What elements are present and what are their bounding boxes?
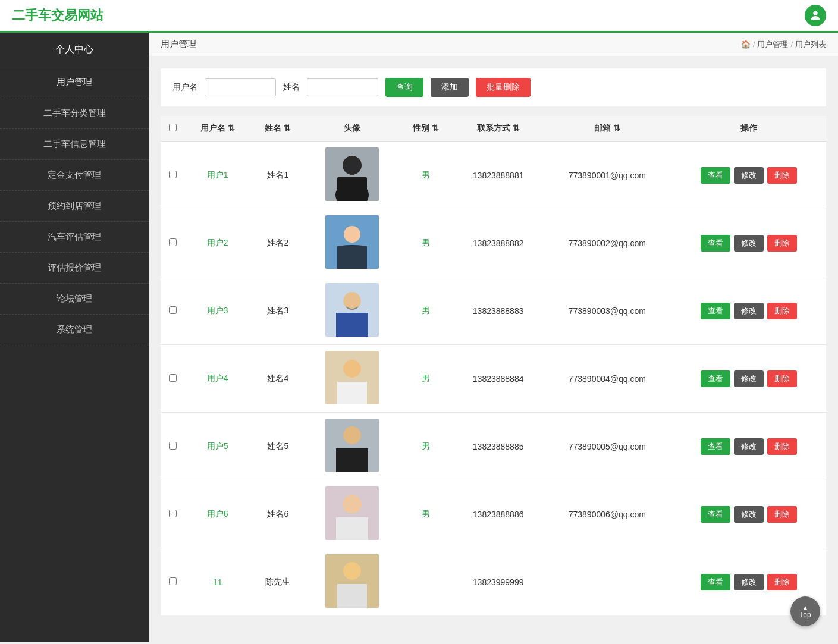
cell-name-0: 姓名1 bbox=[251, 142, 305, 209]
row-checkbox-2[interactable] bbox=[169, 306, 177, 314]
svg-point-2 bbox=[343, 156, 362, 175]
batch-delete-button[interactable]: 批量删除 bbox=[476, 78, 531, 97]
sidebar-item-appointment[interactable]: 预约到店管理 bbox=[0, 191, 149, 222]
th-email[interactable]: 邮箱 ⇅ bbox=[543, 116, 671, 142]
view-button-3[interactable]: 查看 bbox=[701, 370, 730, 387]
sidebar-item-user-management[interactable]: 用户管理 bbox=[0, 67, 149, 98]
th-actions: 操作 bbox=[671, 116, 826, 142]
add-button[interactable]: 添加 bbox=[431, 78, 469, 97]
row-checkbox-1[interactable] bbox=[169, 238, 177, 246]
svg-rect-7 bbox=[337, 246, 367, 269]
cell-avatar-4 bbox=[305, 413, 399, 480]
cell-actions-5: 查看 修改 删除 bbox=[671, 480, 826, 548]
avatar-img-4 bbox=[325, 419, 379, 472]
sidebar-item-car-category[interactable]: 二手车分类管理 bbox=[0, 98, 149, 129]
delete-button-1[interactable]: 删除 bbox=[767, 235, 797, 252]
view-button-2[interactable]: 查看 bbox=[701, 303, 730, 319]
delete-button-0[interactable]: 删除 bbox=[767, 167, 797, 184]
layout: 个人中心 用户管理 二手车分类管理 二手车信息管理 定金支付管理 预约到店管理 … bbox=[0, 33, 838, 642]
row-checkbox-3[interactable] bbox=[169, 374, 177, 382]
cell-avatar-0 bbox=[305, 142, 399, 209]
edit-button-2[interactable]: 修改 bbox=[734, 303, 764, 319]
user-avatar-icon[interactable] bbox=[805, 5, 826, 26]
view-button-1[interactable]: 查看 bbox=[701, 235, 730, 252]
row-checkbox-5[interactable] bbox=[169, 510, 177, 517]
username-input[interactable] bbox=[205, 78, 276, 96]
view-button-0[interactable]: 查看 bbox=[701, 167, 730, 184]
select-all-checkbox[interactable] bbox=[169, 124, 177, 131]
edit-button-1[interactable]: 修改 bbox=[734, 235, 764, 252]
row-checkbox-6[interactable] bbox=[169, 577, 177, 585]
cell-gender-1: 男 bbox=[399, 209, 453, 277]
table-row: 用户1 姓名1 男 13823888881 773890001@qq.com 查… bbox=[161, 142, 826, 209]
th-username[interactable]: 用户名 ⇅ bbox=[184, 116, 251, 142]
sidebar-item-eval-price[interactable]: 评估报价管理 bbox=[0, 253, 149, 284]
user-table-wrap: 用户名 ⇅ 姓名 ⇅ 头像 性别 ⇅ 联系方式 ⇅ 邮箱 ⇅ 操作 用户1 姓名… bbox=[161, 116, 826, 615]
th-name[interactable]: 姓名 ⇅ bbox=[251, 116, 305, 142]
cell-actions-1: 查看 修改 删除 bbox=[671, 209, 826, 277]
th-gender[interactable]: 性别 ⇅ bbox=[399, 116, 453, 142]
cell-gender-0: 男 bbox=[399, 142, 453, 209]
query-button[interactable]: 查询 bbox=[385, 78, 423, 97]
svg-rect-10 bbox=[336, 313, 368, 337]
back-to-top-button[interactable]: ▲ Top bbox=[790, 596, 820, 626]
table-header-row: 用户名 ⇅ 姓名 ⇅ 头像 性别 ⇅ 联系方式 ⇅ 邮箱 ⇅ 操作 bbox=[161, 116, 826, 142]
delete-button-4[interactable]: 删除 bbox=[767, 438, 797, 455]
table-row: 用户6 姓名6 男 13823888886 773890006@qq.com 查… bbox=[161, 480, 826, 548]
view-button-5[interactable]: 查看 bbox=[701, 506, 730, 523]
cell-name-4: 姓名5 bbox=[251, 413, 305, 480]
cell-username-5: 用户6 bbox=[184, 480, 251, 548]
avatar-img-3 bbox=[325, 351, 379, 404]
table-row: 用户2 姓名2 男 13823888882 773890002@qq.com 查… bbox=[161, 209, 826, 277]
cell-phone-4: 13823888885 bbox=[453, 413, 543, 480]
cell-phone-1: 13823888882 bbox=[453, 209, 543, 277]
cell-username-2: 用户3 bbox=[184, 277, 251, 345]
edit-button-6[interactable]: 修改 bbox=[734, 574, 764, 590]
avatar-img-2 bbox=[325, 283, 379, 337]
view-button-6[interactable]: 查看 bbox=[701, 574, 730, 590]
table-row: 11 陈先生 13823999999 查看 修改 删除 bbox=[161, 548, 826, 616]
svg-point-15 bbox=[343, 426, 361, 444]
sidebar-item-car-info[interactable]: 二手车信息管理 bbox=[0, 129, 149, 160]
cell-avatar-2 bbox=[305, 277, 399, 345]
edit-button-0[interactable]: 修改 bbox=[734, 167, 764, 184]
delete-button-5[interactable]: 删除 bbox=[767, 506, 797, 523]
home-icon: 🏠 bbox=[741, 40, 751, 49]
delete-button-2[interactable]: 删除 bbox=[767, 303, 797, 319]
row-checkbox-4[interactable] bbox=[169, 442, 177, 450]
top-arrow-icon: ▲ bbox=[802, 604, 808, 611]
view-button-4[interactable]: 查看 bbox=[701, 438, 730, 455]
cell-name-2: 姓名3 bbox=[251, 277, 305, 345]
svg-rect-16 bbox=[336, 448, 368, 472]
edit-button-3[interactable]: 修改 bbox=[734, 370, 764, 387]
name-input[interactable] bbox=[307, 78, 378, 96]
cell-avatar-3 bbox=[305, 345, 399, 413]
sidebar-item-car-eval[interactable]: 汽车评估管理 bbox=[0, 222, 149, 253]
cell-name-3: 姓名4 bbox=[251, 345, 305, 413]
main-content: 用户管理 🏠 / 用户管理 / 用户列表 用户名 姓名 查询 添加 批量删除 bbox=[149, 33, 838, 642]
cell-username-0: 用户1 bbox=[184, 142, 251, 209]
row-checkbox-0[interactable] bbox=[169, 171, 177, 178]
edit-button-5[interactable]: 修改 bbox=[734, 506, 764, 523]
row-checkbox-cell bbox=[161, 142, 184, 209]
sidebar-section-title: 个人中心 bbox=[0, 33, 149, 67]
th-checkbox bbox=[161, 116, 184, 142]
cell-avatar-6 bbox=[305, 548, 399, 616]
cell-actions-4: 查看 修改 删除 bbox=[671, 413, 826, 480]
cell-actions-0: 查看 修改 删除 bbox=[671, 142, 826, 209]
sidebar-item-forum[interactable]: 论坛管理 bbox=[0, 284, 149, 315]
delete-button-6[interactable]: 删除 bbox=[767, 574, 797, 590]
table-row: 用户3 姓名3 男 13823888883 773890003@qq.com 查… bbox=[161, 277, 826, 345]
svg-point-18 bbox=[343, 495, 362, 514]
row-checkbox-cell bbox=[161, 209, 184, 277]
sidebar-item-system[interactable]: 系统管理 bbox=[0, 315, 149, 345]
th-phone[interactable]: 联系方式 ⇅ bbox=[453, 116, 543, 142]
action-group-0: 查看 修改 删除 bbox=[677, 167, 820, 184]
delete-button-3[interactable]: 删除 bbox=[767, 370, 797, 387]
cell-name-6: 陈先生 bbox=[251, 548, 305, 616]
breadcrumb-sep1: / bbox=[753, 40, 755, 49]
action-group-4: 查看 修改 删除 bbox=[677, 438, 820, 455]
svg-rect-19 bbox=[336, 517, 368, 540]
sidebar-item-deposit[interactable]: 定金支付管理 bbox=[0, 160, 149, 191]
edit-button-4[interactable]: 修改 bbox=[734, 438, 764, 455]
